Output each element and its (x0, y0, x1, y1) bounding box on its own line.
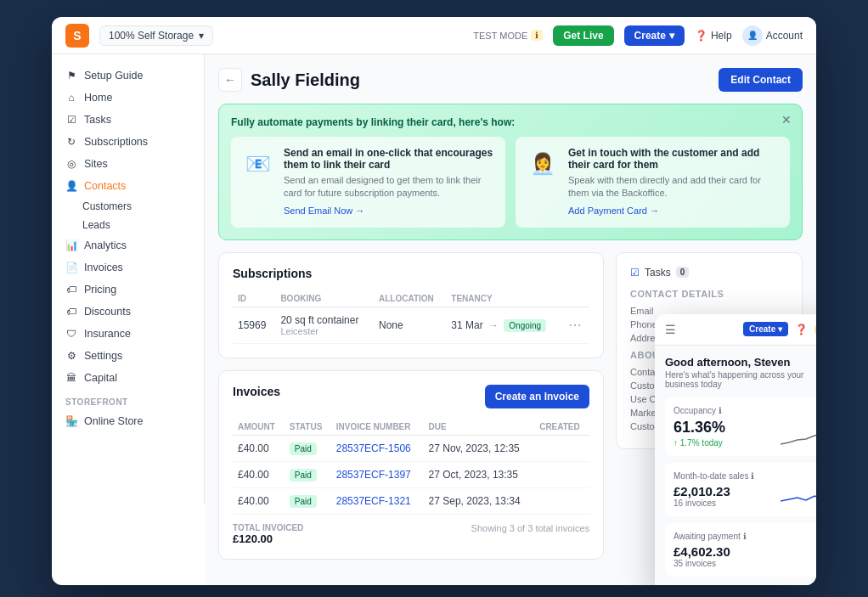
occupancy-value: 61.36% (674, 419, 725, 436)
more-options-button[interactable]: ⋯ (568, 318, 582, 332)
add-payment-link[interactable]: Add Payment Card → (568, 206, 659, 216)
capital-icon: 🏛 (65, 372, 77, 384)
table-row: £40.00 Paid 28537ECF-1321 27 Sep, 2023, … (233, 487, 589, 514)
pricing-icon: 🏷 (65, 284, 77, 296)
invoices-title: Invoices (233, 385, 280, 398)
inv-amount: £40.00 (233, 487, 285, 514)
occupancy-sparkline (781, 427, 816, 448)
ongoing-badge: Ongoing (504, 319, 546, 332)
inv-due: 27 Sep, 2023, 13:34 (424, 487, 535, 514)
sidebar-item-capital[interactable]: 🏛 Capital (52, 367, 204, 389)
sidebar-item-settings[interactable]: ⚙ Settings (52, 345, 204, 367)
inv-status: Paid (285, 487, 331, 514)
get-live-button[interactable]: Get Live (553, 25, 613, 46)
content-area: ← Sally Fielding Edit Contact Fully auto… (205, 54, 816, 585)
create-invoice-button[interactable]: Create an Invoice (485, 385, 589, 408)
sidebar-item-analytics[interactable]: 📊 Analytics (52, 234, 204, 256)
banner-card-email: 📧 Send an email in one-click that encour… (231, 137, 505, 228)
inv-number: 28537ECF-1397 (331, 461, 424, 487)
top-bar-right: TEST MODE ℹ Get Live Create ▾ ❓ Help 👤 A… (473, 25, 803, 46)
monthly-sales-value: £2,010.23 (674, 484, 730, 498)
inv-status: Paid (285, 435, 331, 461)
insurance-icon: 🛡 (65, 328, 77, 340)
invoice-link[interactable]: 28537ECF-1321 (336, 495, 411, 507)
page-title: Sally Fielding (251, 70, 360, 90)
tasks-row: ☑ Tasks 0 (630, 267, 788, 279)
banner-card2-title: Get in touch with the customer and add t… (568, 147, 780, 171)
col-id: ID (233, 290, 275, 307)
store-selector[interactable]: 100% Self Storage (99, 25, 213, 46)
awaiting-payment-card: Awaiting payment ℹ £4,602.30 35 invoices (665, 523, 816, 577)
sub-id: 15969 (233, 307, 275, 343)
banner-title: Fully automate payments by linking their… (231, 116, 790, 128)
col-actions (563, 290, 589, 307)
awaiting-payment-label: Awaiting payment ℹ (674, 532, 816, 541)
monthly-sales-label: Month-to-date sales ℹ (674, 471, 816, 481)
sidebar-item-subscriptions[interactable]: ↻ Subscriptions (52, 131, 204, 153)
sidebar-item-invoices[interactable]: 📄 Invoices (52, 256, 204, 279)
chevron-down-icon: ▾ (669, 30, 674, 42)
banner-close-button[interactable]: ✕ (781, 113, 792, 127)
analytics-icon: 📊 (65, 239, 77, 251)
inv-col-due: DUE (424, 419, 535, 436)
tasks-label: Tasks (645, 267, 671, 279)
sub-tenancy: 31 Mar → Ongoing (446, 307, 563, 343)
sidebar-item-leads[interactable]: Leads (52, 216, 204, 234)
awaiting-payment-value: £4,602.30 (674, 544, 816, 559)
discounts-icon: 🏷 (65, 306, 77, 318)
banner-card-card: 👩‍💼 Get in touch with the customer and a… (516, 137, 790, 228)
inv-amount: £40.00 (233, 435, 285, 461)
sidebar-item-customers[interactable]: Customers (52, 197, 204, 216)
arrow-icon: → (488, 319, 499, 331)
account-button[interactable]: 👤 Account (742, 25, 803, 46)
sales-sparkline (781, 487, 816, 508)
contacts-icon: 👤 (65, 180, 77, 192)
sites-icon: ◎ (65, 158, 77, 170)
sidebar-item-home[interactable]: ⌂ Home (52, 87, 204, 109)
tasks-check-icon: ☑ (630, 267, 640, 279)
sidebar-item-discounts[interactable]: 🏷 Discounts (52, 301, 204, 323)
occupancy-change: ↑ 1.7% today (674, 438, 725, 448)
table-row: 15969 20 sq ft container Leicester None … (233, 307, 589, 343)
occupancy-label: Occupancy ℹ (674, 406, 816, 415)
inv-created (534, 435, 589, 461)
inv-col-status: STATUS (285, 419, 331, 436)
widget-help-icon: ❓ (795, 324, 808, 335)
table-row: £40.00 Paid 28537ECF-1506 27 Nov, 2023, … (233, 435, 589, 461)
sidebar-item-online-store[interactable]: 🏪 Online Store (52, 410, 204, 432)
widget-create-button[interactable]: Create ▾ (743, 322, 788, 336)
invoice-link[interactable]: 28537ECF-1397 (336, 469, 411, 481)
widget-top-bar: ☰ Create ▾ ❓ 👤 (655, 314, 816, 346)
sidebar-item-insurance[interactable]: 🛡 Insurance (52, 323, 204, 345)
sidebar-item-tasks[interactable]: ☑ Tasks (52, 109, 204, 131)
info-icon: ℹ (751, 471, 754, 481)
create-button[interactable]: Create ▾ (624, 25, 685, 46)
sub-more: ⋯ (563, 307, 589, 343)
payment-banner: Fully automate payments by linking their… (218, 104, 803, 240)
subscriptions-title: Subscriptions (233, 267, 589, 280)
widget-body: Good afternoon, Steven Here's what's hap… (655, 346, 816, 585)
help-button[interactable]: ❓ Help (695, 30, 732, 42)
send-email-link[interactable]: Send Email Now → (284, 206, 364, 216)
sidebar-item-sites[interactable]: ◎ Sites (52, 153, 204, 175)
awaiting-payment-sub: 35 invoices (674, 559, 816, 568)
sidebar-item-pricing[interactable]: 🏷 Pricing (52, 279, 204, 301)
store-name: 100% Self Storage (109, 30, 194, 42)
edit-contact-button[interactable]: Edit Contact (719, 68, 803, 92)
banner-card1-title: Send an email in one-click that encourag… (284, 147, 495, 171)
col-tenancy: TENANCY (446, 290, 563, 307)
widget-sub-text: Here's what's happening across your busi… (665, 370, 816, 389)
sidebar-item-contacts[interactable]: 👤 Contacts (52, 175, 204, 197)
invoice-link[interactable]: 28537ECF-1506 (336, 442, 411, 454)
inv-due: 27 Oct, 2023, 13:35 (424, 461, 535, 487)
total-invoiced: TOTAL INVOICED £120.00 (233, 523, 303, 545)
sidebar-item-setup-guide[interactable]: ⚑ Setup Guide (52, 65, 204, 87)
sub-booking: 20 sq ft container Leicester (275, 307, 374, 343)
settings-icon: ⚙ (65, 350, 77, 362)
back-button[interactable]: ← (218, 68, 242, 92)
mobile-widget: ☰ Create ▾ ❓ 👤 Good afternoon, Steven He… (655, 314, 816, 585)
widget-avatar: 👤 (814, 321, 816, 338)
sidebar: ⚑ Setup Guide ⌂ Home ☑ Tasks ↻ Subscript… (52, 54, 205, 504)
contact-details-section: CONTACT DETAILS (630, 289, 788, 299)
subscriptions-table: ID BOOKING ALLOCATION TENANCY 15969 (233, 290, 589, 344)
